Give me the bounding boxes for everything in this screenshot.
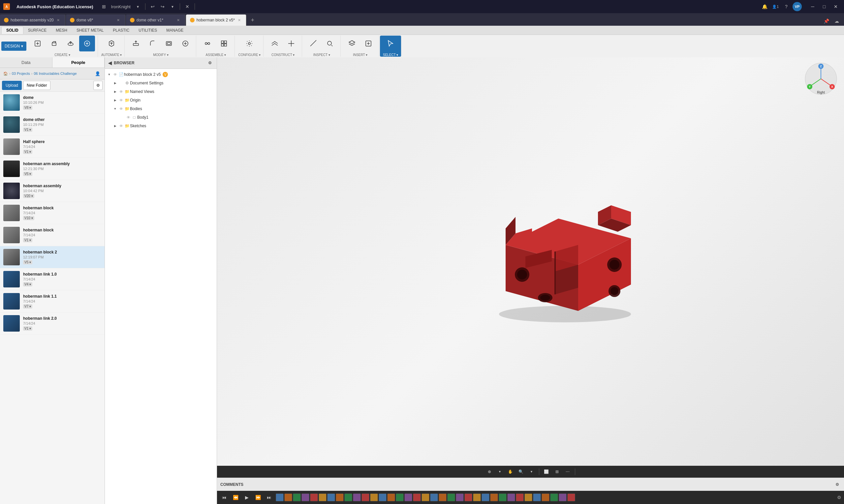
- toolbar-tab-plastic[interactable]: PLASTIC: [108, 27, 134, 34]
- bodies-eye[interactable]: 👁: [118, 106, 124, 112]
- timeline-icon-2[interactable]: [293, 493, 301, 501]
- breadcrumb-person-icon[interactable]: 👤: [94, 70, 101, 77]
- panel-settings-button[interactable]: ⚙: [93, 81, 103, 90]
- view-cube-button[interactable]: ⬜: [542, 467, 551, 476]
- undo-icon[interactable]: ↩: [148, 2, 157, 11]
- root-eye-icon[interactable]: 👁: [112, 72, 118, 77]
- maximize-button[interactable]: □: [819, 2, 829, 11]
- file-item-hoberman-link1[interactable]: hoberman link 1.0 7/14/24 V4 ▾: [0, 268, 105, 290]
- tab-close-hoberman-block2[interactable]: ✕: [237, 17, 242, 23]
- named-views-toggle[interactable]: ▶: [112, 89, 118, 95]
- revolve-button[interactable]: [63, 36, 78, 51]
- doc-settings-toggle[interactable]: ▶: [112, 80, 118, 86]
- timeline-icon-25[interactable]: [490, 493, 498, 501]
- insert-mesh-button[interactable]: [344, 36, 360, 51]
- file-item-hoberman-link2[interactable]: hoberman link 2.0 7/14/24 V1 ▾: [0, 312, 105, 335]
- body1-eye[interactable]: 👁: [125, 114, 131, 120]
- browser-sketches[interactable]: ▶ 👁 📁 Sketches: [105, 122, 217, 130]
- tab-hoberman-assembly[interactable]: hoberman assembly v20 ✕: [0, 15, 65, 26]
- timeline-icon-21[interactable]: [456, 493, 464, 501]
- timeline-icon-6[interactable]: [327, 493, 335, 501]
- toolbar-tab-solid[interactable]: SOLID: [1, 26, 23, 34]
- timeline-icon-4[interactable]: [310, 493, 318, 501]
- timeline-icon-5[interactable]: [319, 493, 327, 501]
- browser-arrow-icon[interactable]: ◀: [108, 60, 112, 66]
- comments-settings-icon[interactable]: ⚙: [833, 481, 841, 488]
- inspect-more-button[interactable]: [322, 36, 338, 51]
- timeline-icon-17[interactable]: [422, 493, 429, 501]
- timeline-start-button[interactable]: ⏮: [219, 493, 229, 502]
- timeline-icon-32[interactable]: [550, 493, 558, 501]
- toolbar-tab-utilities[interactable]: UTILITIES: [134, 27, 162, 34]
- viewport[interactable]: Z X Y Right ⊕ ▼: [217, 57, 844, 504]
- zoom-button[interactable]: 🔍: [516, 467, 526, 476]
- tab-close-dome-other[interactable]: ✕: [176, 17, 181, 23]
- sketches-eye[interactable]: 👁: [118, 123, 124, 129]
- assemble-more-button[interactable]: [216, 36, 232, 51]
- timeline-icon-23[interactable]: [473, 493, 481, 501]
- timeline-next-button[interactable]: ⏩: [253, 493, 263, 502]
- construct-axis-button[interactable]: [283, 36, 299, 51]
- sketches-toggle[interactable]: ▶: [112, 123, 118, 129]
- tab-pin-button[interactable]: 📌: [822, 17, 831, 26]
- breadcrumb-projects-link[interactable]: 03 Projects: [12, 72, 30, 75]
- timeline-play-button[interactable]: ▶: [242, 493, 251, 502]
- window-close-button[interactable]: ✕: [831, 2, 841, 11]
- timeline-icon-13[interactable]: [387, 493, 395, 501]
- new-component-button[interactable]: [30, 36, 46, 51]
- extrude-button[interactable]: [46, 36, 62, 51]
- design-dropdown-button[interactable]: DESIGN ▾: [1, 41, 27, 51]
- measure-button[interactable]: [305, 36, 321, 51]
- orbit-dropdown[interactable]: ▼: [495, 467, 505, 476]
- toolbar-tab-mesh[interactable]: MESH: [51, 27, 72, 34]
- browser-root-item[interactable]: ▼ 👁 📄 hoberman block 2 v5 V: [105, 70, 217, 79]
- file-item-hoberman-block2[interactable]: hoberman block 2 12:19:07 PM V5 ▾: [0, 246, 105, 268]
- upload-button[interactable]: Upload: [2, 81, 22, 90]
- timeline-icon-19[interactable]: [439, 493, 446, 501]
- timeline-icon-28[interactable]: [516, 493, 524, 501]
- timeline-icon-31[interactable]: [542, 493, 549, 501]
- user-avatar[interactable]: VP: [793, 2, 802, 11]
- orbit-button[interactable]: ⊕: [485, 467, 494, 476]
- insert-more-button[interactable]: [361, 36, 376, 51]
- new-folder-button[interactable]: New Folder: [23, 81, 51, 90]
- tab-dome-other[interactable]: dome other v1* ✕: [126, 15, 186, 26]
- view-more-button[interactable]: ⋯: [563, 467, 572, 476]
- timeline-icon-30[interactable]: [533, 493, 541, 501]
- grid-icon[interactable]: ⊞: [99, 2, 108, 11]
- workspace-label[interactable]: IronKnight: [109, 2, 133, 11]
- browser-bodies[interactable]: ▼ 👁 📁 Bodies: [105, 105, 217, 113]
- joint-button[interactable]: [199, 36, 215, 51]
- file-item-half-sphere[interactable]: Half sphere 7/14/24 V1 ▾: [0, 136, 105, 158]
- timeline-icon-1[interactable]: [284, 493, 292, 501]
- view-grid-button[interactable]: ⊞: [552, 467, 562, 476]
- timeline-icon-22[interactable]: [464, 493, 472, 501]
- shell-button[interactable]: [161, 36, 177, 51]
- file-item-dome[interactable]: dome 10:10:26 PM V8 ▾: [0, 92, 105, 114]
- minimize-button[interactable]: ─: [808, 2, 817, 11]
- timeline-icon-8[interactable]: [344, 493, 352, 501]
- timeline-icon-26[interactable]: [499, 493, 507, 501]
- file-item-hoberman-block-1[interactable]: hoberman block 7/14/24 V1 ▾: [0, 224, 105, 246]
- automate-button[interactable]: [104, 36, 119, 51]
- notification-icon[interactable]: 🔔: [760, 2, 769, 11]
- browser-origin[interactable]: ▶ 👁 📁 Origin: [105, 96, 217, 105]
- timeline-icon-33[interactable]: [559, 493, 567, 501]
- pan-button[interactable]: ✋: [506, 467, 515, 476]
- tab-cloud-button[interactable]: ☁: [832, 17, 841, 26]
- timeline-settings-icon[interactable]: ⚙: [837, 495, 841, 500]
- toolbar-tab-surface[interactable]: SURFACE: [23, 27, 51, 34]
- timeline-icon-0[interactable]: [276, 493, 284, 501]
- origin-toggle[interactable]: ▶: [112, 97, 118, 103]
- tab-close-dome-v8[interactable]: ✕: [116, 17, 121, 23]
- viewport-gizmo[interactable]: Z X Y Right: [805, 62, 838, 96]
- timeline-icon-12[interactable]: [379, 493, 387, 501]
- tab-hoberman-block2[interactable]: hoberman block 2 v5* ✕: [186, 15, 246, 26]
- root-toggle-icon[interactable]: ▼: [106, 72, 112, 77]
- modify-more-button[interactable]: [177, 36, 193, 51]
- zoom-dropdown[interactable]: ▼: [527, 467, 536, 476]
- origin-eye[interactable]: 👁: [118, 97, 124, 103]
- browser-settings-icon[interactable]: ⚙: [206, 59, 213, 67]
- breadcrumb-home-icon[interactable]: 🏠: [3, 72, 8, 76]
- help-icon[interactable]: ?: [782, 2, 791, 11]
